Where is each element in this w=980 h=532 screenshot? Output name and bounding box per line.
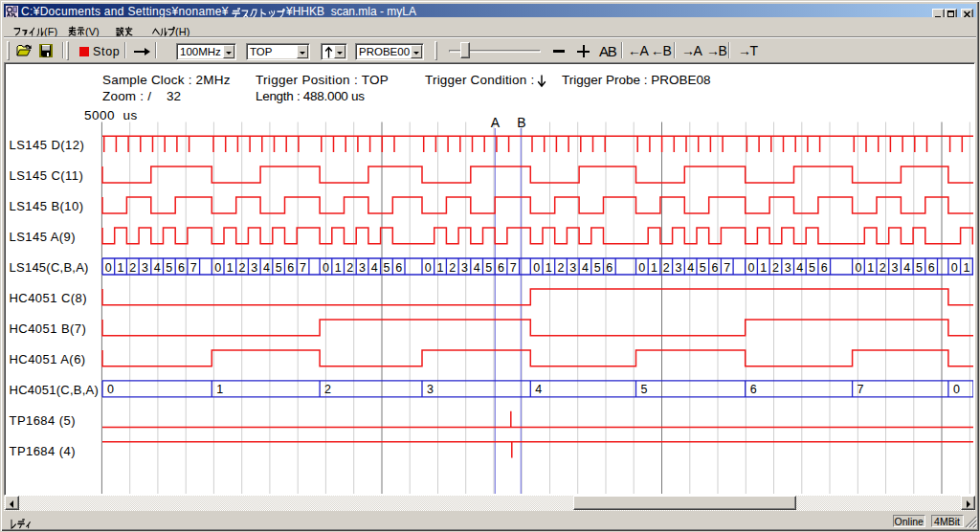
svg-text:0: 0 [748,261,755,275]
svg-text:0: 0 [855,261,861,275]
svg-text:2: 2 [346,261,353,275]
svg-text:1: 1 [118,261,124,275]
svg-text:4: 4 [903,261,910,275]
svg-text:4: 4 [796,261,803,275]
svg-text:1: 1 [335,261,342,275]
svg-text:7: 7 [858,383,864,396]
svg-text:HC4051 B(7): HC4051 B(7) [10,321,87,336]
svg-text:7: 7 [190,261,197,275]
svg-text:HC4051 C(8): HC4051 C(8) [10,291,88,305]
svg-text:4: 4 [582,261,589,275]
svg-text:6: 6 [750,383,757,396]
svg-text:6: 6 [395,261,402,275]
svg-text:0: 0 [105,261,112,275]
svg-text:0: 0 [533,261,540,275]
svg-text:Trigger Condition :: Trigger Condition : [425,73,534,87]
svg-text:LS145 C(11): LS145 C(11) [10,168,84,183]
svg-text:5: 5 [916,261,923,275]
svg-text:6: 6 [928,261,935,275]
svg-text:A: A [491,115,501,130]
svg-text:3: 3 [675,261,681,275]
svg-text:5: 5 [700,261,706,275]
svg-text:LS145 A(9): LS145 A(9) [10,230,77,244]
svg-text:6: 6 [178,261,185,275]
svg-text:7: 7 [510,261,517,275]
svg-text:HC4051(C,B,A): HC4051(C,B,A) [10,383,100,397]
svg-text:4: 4 [154,261,161,275]
svg-text:5: 5 [485,261,492,275]
svg-text:5: 5 [809,261,815,275]
svg-text:B: B [517,115,525,130]
svg-text:7: 7 [724,261,730,275]
svg-text:1: 1 [963,261,969,275]
svg-text:3: 3 [461,261,468,275]
svg-text:0: 0 [323,261,329,275]
svg-text:1: 1 [216,383,223,396]
svg-text:0: 0 [638,261,645,275]
svg-text:6: 6 [287,261,294,275]
svg-text:2: 2 [558,261,565,275]
svg-text:4: 4 [687,261,694,275]
svg-text:4: 4 [535,383,542,396]
svg-text:3: 3 [251,261,257,275]
svg-text:6: 6 [606,261,612,275]
svg-text:7: 7 [300,261,306,275]
svg-text:2: 2 [880,261,886,275]
svg-text:2: 2 [324,383,331,396]
svg-text:0: 0 [951,261,958,275]
svg-text:5: 5 [166,261,172,275]
svg-text:Length : 488.000 us: Length : 488.000 us [256,89,365,103]
svg-text:LS145 D(12): LS145 D(12) [10,138,85,152]
svg-text:6: 6 [821,261,828,275]
svg-text:2: 2 [772,261,779,275]
svg-text:LS145(C,B,A): LS145(C,B,A) [10,260,89,275]
svg-text:Zoom : / 32: Zoom : / 32 [102,89,181,103]
svg-text:HC4051 A(6): HC4051 A(6) [10,352,86,366]
svg-text:Trigger Position : TOP: Trigger Position : TOP [256,73,389,87]
svg-text:TP1684 (5): TP1684 (5) [10,413,77,428]
svg-text:6: 6 [498,261,504,275]
svg-text:6: 6 [712,261,719,275]
svg-text:LS145 B(10): LS145 B(10) [10,199,84,213]
svg-text:0: 0 [425,261,432,275]
svg-text:4: 4 [371,261,378,275]
svg-text:1: 1 [437,261,444,275]
svg-text:3: 3 [569,261,576,275]
svg-text:1: 1 [760,261,767,275]
svg-text:2: 2 [129,261,136,275]
svg-text:3: 3 [142,261,148,275]
svg-text:1: 1 [651,261,657,275]
svg-text:0: 0 [953,383,960,396]
svg-text:2: 2 [663,261,670,275]
svg-text:5: 5 [383,261,390,275]
svg-text:0: 0 [214,261,221,275]
svg-text:5000 us: 5000 us [84,108,138,122]
svg-text:3: 3 [427,383,434,396]
svg-text:TP1684 (4): TP1684 (4) [10,444,77,458]
svg-text:3: 3 [359,261,366,275]
svg-text:Trigger Probe : PROBE08: Trigger Probe : PROBE08 [562,73,711,87]
svg-text:3: 3 [892,261,899,275]
svg-text:5: 5 [276,261,282,275]
svg-text:0: 0 [107,383,114,396]
svg-text:2: 2 [449,261,456,275]
svg-text:5: 5 [594,261,601,275]
svg-text:1: 1 [867,261,874,275]
svg-text:3: 3 [785,261,791,275]
svg-text:5: 5 [641,383,648,396]
svg-text:1: 1 [227,261,234,275]
svg-text:4: 4 [263,261,270,275]
svg-text:4: 4 [474,261,480,275]
svg-text:Sample Clock : 2MHz: Sample Clock : 2MHz [102,73,231,87]
svg-text:1: 1 [546,261,552,275]
svg-text:2: 2 [239,261,246,275]
